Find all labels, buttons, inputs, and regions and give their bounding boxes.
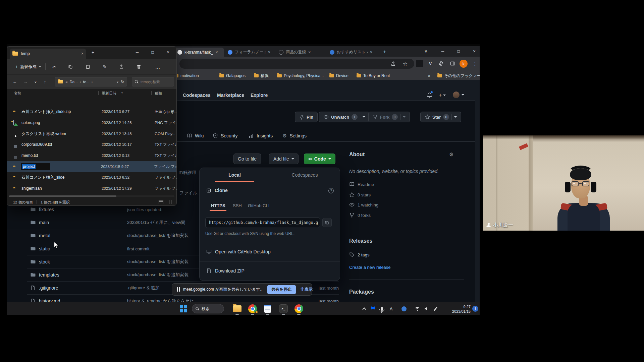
mic-tray-icon[interactable]: [377, 304, 386, 313]
delete-trash-icon[interactable]: [134, 62, 144, 71]
volume-tray-icon[interactable]: [422, 304, 431, 313]
nav-codespaces[interactable]: Codespaces: [183, 93, 210, 98]
fork-button[interactable]: Fork 0: [368, 112, 410, 122]
column-name[interactable]: 名前: [14, 91, 21, 96]
add-file-button[interactable]: Add file: [269, 154, 299, 164]
wifi-tray-icon[interactable]: [413, 304, 422, 313]
share-icon[interactable]: [388, 59, 398, 68]
explorer-tab[interactable]: temp ×: [10, 49, 86, 59]
file-row[interactable]: corporasD609.txt 2023/01/12 10:17 TXT ファ…: [7, 139, 176, 150]
tab-settings[interactable]: ⚙ Settings: [282, 130, 307, 142]
start-button[interactable]: [179, 304, 188, 313]
tab-close-icon[interactable]: ×: [308, 50, 311, 55]
file-name[interactable]: stock: [39, 259, 127, 264]
menu-kebab-icon[interactable]: ⋮: [472, 59, 478, 68]
page-scrollbar[interactable]: [475, 80, 480, 302]
window-maximize-button[interactable]: □: [145, 47, 160, 58]
rename-input[interactable]: project: [21, 163, 50, 170]
column-date[interactable]: 更新日時: [102, 91, 116, 96]
cut-icon[interactable]: ✂: [49, 62, 59, 71]
back-icon[interactable]: ←: [10, 77, 19, 86]
recent-chevron-icon[interactable]: ∨: [31, 77, 40, 86]
hide-bar-button[interactable]: 非表示: [301, 287, 313, 292]
window-minimize-button[interactable]: ─: [129, 47, 145, 58]
pin-button[interactable]: Pin: [295, 112, 318, 122]
star-button[interactable]: Star 0: [420, 112, 461, 122]
taskbar-explorer-icon[interactable]: [232, 304, 242, 313]
bookmark-folder-psychology[interactable]: Psychology, Physica...: [277, 71, 324, 80]
browser-tab-forum[interactable]: フォーラムノートパソ ×: [225, 48, 275, 57]
tab-local[interactable]: Local: [200, 168, 270, 182]
side-panel-icon[interactable]: [449, 60, 456, 67]
caret-down-icon[interactable]: [363, 116, 365, 118]
open-desktop-row[interactable]: Open with GitHub Desktop: [206, 249, 271, 254]
file-name[interactable]: main: [39, 220, 127, 225]
file-name[interactable]: templates: [39, 272, 127, 278]
caret-down-icon[interactable]: [454, 116, 457, 118]
browser-tab-list[interactable]: おすすめリスト パソ ×: [327, 48, 377, 57]
caret-down-icon[interactable]: [462, 94, 464, 96]
new-item-button[interactable]: + 新規作成: [12, 62, 44, 71]
tab-close-icon[interactable]: ×: [81, 51, 84, 56]
tab-wiki[interactable]: Wiki: [187, 130, 204, 142]
refresh-icon[interactable]: ↻: [121, 79, 124, 84]
list-view-icon[interactable]: [159, 200, 163, 204]
protocol-https-tab[interactable]: HTTPS: [211, 203, 225, 208]
watching-link[interactable]: 1 watching: [349, 202, 378, 207]
window-close-button[interactable]: ×: [468, 46, 480, 56]
address-dropdown-icon[interactable]: ∨: [116, 80, 119, 83]
taskbar-search[interactable]: 検索: [192, 304, 224, 313]
unwatch-button[interactable]: Unwatch 1: [319, 112, 370, 122]
protocol-ssh-tab[interactable]: SSH: [233, 203, 242, 208]
file-row[interactable]: shigemisan 2023/01/12 17:29 ファイル フォ...: [7, 183, 176, 194]
share-icon[interactable]: [116, 62, 126, 71]
dropbox-tray-icon[interactable]: [368, 304, 378, 313]
stop-sharing-button[interactable]: 共有を停止: [267, 285, 296, 294]
taskbar-chrome-icon[interactable]: [248, 304, 257, 313]
go-to-file-button[interactable]: Go to file: [233, 154, 261, 164]
browser-tab-github[interactable]: k-brahma/flask_ ×: [174, 48, 224, 57]
file-row[interactable]: memo.txt 2023/01/12 0:13 TXT ファイル: [7, 150, 176, 161]
readme-link[interactable]: Readme: [349, 182, 374, 187]
tags-link[interactable]: 2 tags: [349, 252, 369, 257]
github-avatar[interactable]: [453, 92, 460, 98]
file-row-renaming[interactable]: project 2023/01/15 9:27 ファイル フォ...: [7, 161, 176, 172]
taskbar-notepad-icon[interactable]: [263, 304, 272, 313]
divider[interactable]: [151, 91, 152, 95]
window-minimize-button[interactable]: ─: [436, 46, 449, 56]
file-row[interactable]: 石川コメント挿入_slide.zip 2023/01/13 6:27 圧縮 (z…: [7, 106, 176, 117]
status-tray-icon[interactable]: [399, 304, 409, 313]
notification-count-badge[interactable]: 1: [472, 306, 478, 312]
window-maximize-button[interactable]: □: [452, 46, 465, 56]
create-new-button[interactable]: +: [439, 92, 446, 98]
taskbar-terminal-icon[interactable]: <>>_: [279, 304, 288, 313]
file-name[interactable]: .gitignore: [39, 285, 127, 291]
nav-marketplace[interactable]: Marketplace: [217, 93, 244, 98]
about-gear-icon[interactable]: ⚙: [449, 152, 453, 158]
file-row[interactable]: タスクリスト再現.webm 2023/01/12 13:48 GOM Play.…: [7, 128, 176, 139]
more-options-icon[interactable]: …: [153, 62, 163, 71]
file-row[interactable]: 石川コメント挿入_slide 2023/01/13 6:32 ファイル フォ..…: [7, 172, 176, 183]
file-row-history[interactable]: history.md history を readme から独立させた last…: [27, 295, 339, 302]
file-name[interactable]: static: [39, 246, 127, 251]
copy-icon[interactable]: [65, 62, 75, 71]
file-row[interactable]: colors.png 2023/01/12 14:28 PNG ファイ...: [7, 117, 176, 128]
pen-tray-icon[interactable]: [431, 304, 440, 313]
bookmark-folder-galapagos[interactable]: Galapagos: [219, 71, 246, 80]
nav-explore[interactable]: Explore: [251, 93, 268, 98]
protocol-cli-tab[interactable]: GitHub CLI: [248, 203, 269, 208]
new-tab-button[interactable]: +: [380, 46, 390, 56]
bookmark-star-icon[interactable]: ☆: [400, 59, 410, 68]
taskbar-browser2-icon[interactable]: [294, 304, 304, 313]
file-name[interactable]: metal: [39, 233, 127, 238]
tab-close-icon[interactable]: ×: [268, 50, 270, 55]
breadcrumb-item[interactable]: te...: [83, 80, 90, 84]
bookmark-folder-tobuy[interactable]: To Buy or Rent: [357, 71, 390, 80]
window-close-button[interactable]: ×: [160, 47, 176, 58]
caret-down-icon[interactable]: [403, 116, 406, 118]
code-button[interactable]: <> Code: [304, 154, 335, 164]
file-name[interactable]: fixtures: [39, 207, 127, 212]
create-release-link[interactable]: Create a new release: [349, 265, 391, 270]
extension-icon-dark[interactable]: [416, 60, 423, 67]
download-zip-row[interactable]: Download ZIP: [206, 268, 245, 274]
